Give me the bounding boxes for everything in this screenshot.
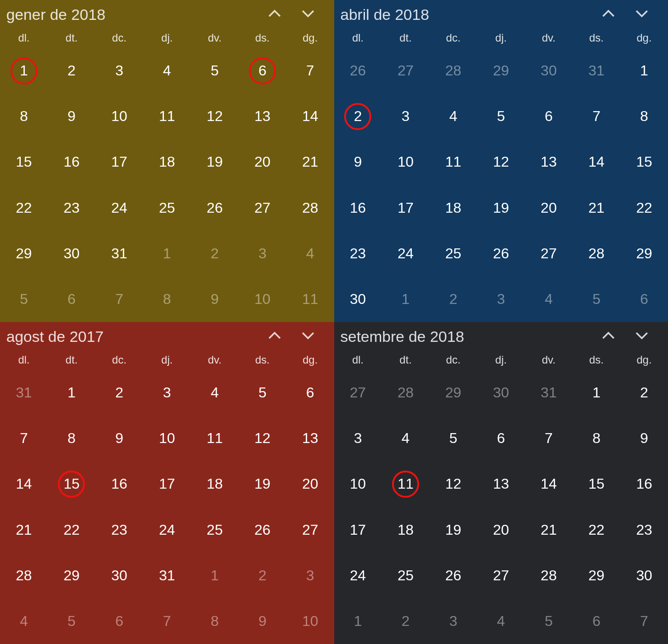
- day-cell[interactable]: 27: [238, 185, 286, 230]
- day-cell[interactable]: 1: [48, 370, 96, 415]
- day-cell[interactable]: 24: [334, 553, 382, 598]
- day-cell[interactable]: 23: [95, 507, 143, 552]
- day-cell[interactable]: 26: [334, 48, 382, 93]
- day-cell[interactable]: 30: [477, 370, 525, 415]
- day-cell[interactable]: 25: [191, 507, 239, 552]
- day-cell[interactable]: 8: [573, 415, 621, 461]
- day-cell[interactable]: 27: [477, 553, 525, 598]
- day-cell[interactable]: 6: [525, 93, 573, 139]
- day-cell[interactable]: 5: [573, 276, 621, 322]
- day-cell[interactable]: 7: [95, 276, 143, 322]
- day-cell[interactable]: 2: [95, 370, 143, 415]
- day-cell[interactable]: 5: [238, 370, 286, 415]
- day-cell[interactable]: 7: [620, 598, 668, 644]
- day-cell[interactable]: 6: [477, 415, 525, 461]
- day-cell[interactable]: 10: [95, 93, 143, 139]
- day-cell[interactable]: 23: [620, 507, 668, 552]
- day-cell[interactable]: 28: [525, 553, 573, 598]
- day-cell[interactable]: 4: [191, 370, 239, 415]
- day-cell[interactable]: 16: [334, 185, 382, 230]
- day-cell[interactable]: 7: [525, 415, 573, 461]
- day-cell[interactable]: 11: [286, 276, 334, 322]
- day-cell[interactable]: 11: [430, 139, 477, 185]
- day-cell[interactable]: 3: [143, 370, 191, 415]
- month-title[interactable]: gener de 2018: [6, 6, 266, 23]
- day-cell[interactable]: 10: [238, 276, 286, 322]
- day-cell[interactable]: 31: [0, 370, 48, 415]
- day-cell[interactable]: 8: [48, 415, 96, 461]
- day-cell[interactable]: 27: [334, 370, 382, 415]
- day-cell[interactable]: 30: [48, 231, 96, 276]
- day-cell[interactable]: 20: [477, 507, 525, 552]
- day-cell[interactable]: 24: [143, 507, 191, 552]
- day-cell[interactable]: 2: [620, 370, 668, 415]
- day-cell[interactable]: 29: [0, 231, 48, 276]
- day-cell[interactable]: 20: [525, 185, 573, 230]
- day-cell[interactable]: 9: [95, 415, 143, 461]
- day-cell[interactable]: 28: [430, 48, 477, 93]
- day-cell[interactable]: 1: [143, 231, 191, 276]
- day-cell[interactable]: 18: [382, 507, 430, 552]
- day-cell[interactable]: 16: [95, 461, 143, 507]
- chevron-up-icon[interactable]: [600, 5, 617, 23]
- day-cell[interactable]: 14: [573, 139, 621, 185]
- day-cell[interactable]: 9: [620, 415, 668, 461]
- day-cell[interactable]: 31: [525, 370, 573, 415]
- day-cell[interactable]: 30: [620, 553, 668, 598]
- day-cell[interactable]: 4: [143, 48, 191, 93]
- day-cell[interactable]: 2: [430, 276, 477, 322]
- day-cell[interactable]: 19: [191, 139, 239, 185]
- day-cell[interactable]: 31: [95, 231, 143, 276]
- day-cell[interactable]: 5: [0, 276, 48, 322]
- day-cell[interactable]: 8: [191, 598, 239, 644]
- day-cell[interactable]: 8: [0, 93, 48, 139]
- day-cell[interactable]: 6: [95, 598, 143, 644]
- day-cell[interactable]: 18: [143, 139, 191, 185]
- chevron-up-icon[interactable]: [266, 5, 283, 23]
- day-cell[interactable]: 25: [430, 231, 477, 276]
- chevron-up-icon[interactable]: [600, 327, 617, 345]
- day-cell[interactable]: 8: [143, 276, 191, 322]
- day-cell[interactable]: 22: [48, 507, 96, 552]
- day-cell[interactable]: 16: [48, 139, 96, 185]
- day-cell[interactable]: 29: [48, 553, 96, 598]
- day-cell[interactable]: 10: [286, 598, 334, 644]
- day-cell[interactable]: 9: [334, 139, 382, 185]
- chevron-down-icon[interactable]: [634, 5, 650, 23]
- day-cell[interactable]: 3: [238, 231, 286, 276]
- day-cell[interactable]: 17: [143, 461, 191, 507]
- day-cell[interactable]: 20: [286, 461, 334, 507]
- day-cell[interactable]: 14: [0, 461, 48, 507]
- day-cell[interactable]: 28: [286, 185, 334, 230]
- day-cell[interactable]: 5: [191, 48, 239, 93]
- day-cell[interactable]: 2: [238, 553, 286, 598]
- day-cell[interactable]: 22: [0, 185, 48, 230]
- day-cell[interactable]: 7: [0, 415, 48, 461]
- day-cell[interactable]: 7: [143, 598, 191, 644]
- day-cell[interactable]: 14: [525, 461, 573, 507]
- day-cell[interactable]: 11: [143, 93, 191, 139]
- day-cell[interactable]: 15: [0, 139, 48, 185]
- day-cell[interactable]: 6: [48, 276, 96, 322]
- day-cell[interactable]: 21: [525, 507, 573, 552]
- day-cell[interactable]: 28: [382, 370, 430, 415]
- day-cell[interactable]: 19: [238, 461, 286, 507]
- day-cell[interactable]: 26: [430, 553, 477, 598]
- day-cell[interactable]: 2: [191, 231, 239, 276]
- day-cell[interactable]: 6: [573, 598, 621, 644]
- day-cell[interactable]: 1: [334, 598, 382, 644]
- day-cell[interactable]: 10: [334, 461, 382, 507]
- day-cell[interactable]: 30: [334, 276, 382, 322]
- chevron-down-icon[interactable]: [634, 327, 650, 345]
- day-cell[interactable]: 13: [286, 415, 334, 461]
- day-cell[interactable]: 16: [620, 461, 668, 507]
- day-cell[interactable]: 27: [382, 48, 430, 93]
- day-cell[interactable]: 25: [382, 553, 430, 598]
- day-cell[interactable]: 30: [525, 48, 573, 93]
- day-cell-circled[interactable]: 2: [334, 93, 382, 139]
- day-cell[interactable]: 6: [620, 276, 668, 322]
- day-cell[interactable]: 25: [143, 185, 191, 230]
- day-cell[interactable]: 11: [191, 415, 239, 461]
- day-cell-circled[interactable]: 15: [48, 461, 96, 507]
- day-cell[interactable]: 12: [238, 415, 286, 461]
